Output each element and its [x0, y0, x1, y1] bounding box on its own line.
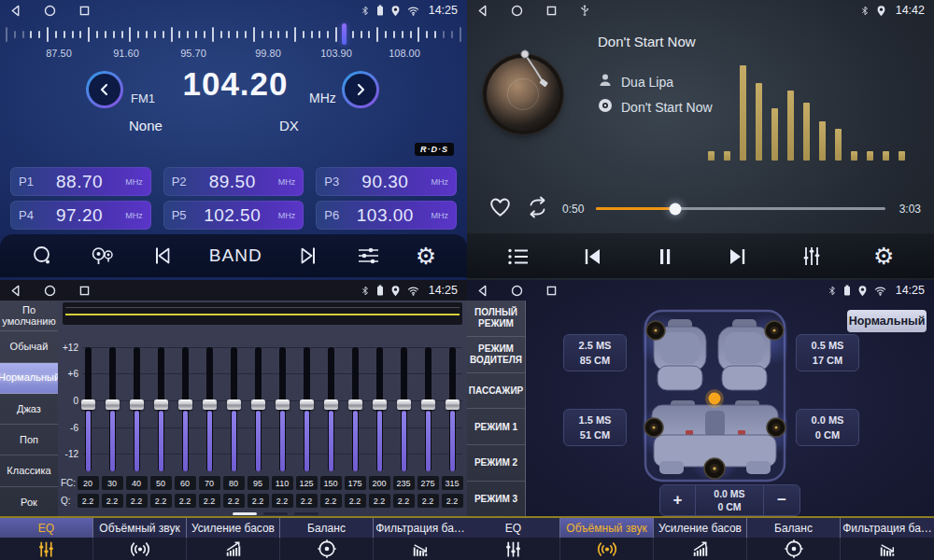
seek-next-button[interactable] — [297, 245, 321, 267]
eq-band-knob[interactable] — [227, 399, 241, 410]
tab-surround-sound[interactable]: Объёмный звук — [560, 518, 654, 560]
fc-value[interactable]: 150 — [320, 476, 342, 490]
settings-button[interactable]: ⚙ — [873, 245, 894, 268]
frequency-pointer[interactable] — [342, 23, 347, 45]
q-value[interactable]: 2.2 — [102, 494, 123, 508]
tune-down-button[interactable] — [86, 71, 123, 108]
q-value[interactable]: 2.2 — [442, 494, 463, 508]
radio-preset[interactable]: P289.50MHz — [163, 167, 304, 196]
eq-preset-item[interactable]: Классика — [0, 455, 58, 486]
rear-right-delay[interactable]: 0.0 MS 0 CM — [796, 409, 859, 446]
tab-surround-sound[interactable]: Объёмный звук — [93, 518, 187, 560]
eq-band-knob[interactable] — [203, 399, 217, 410]
fc-value[interactable]: 110 — [272, 476, 293, 490]
fc-value[interactable]: 70 — [199, 476, 220, 490]
tab-filter[interactable]: Фильтрация ба… — [841, 518, 934, 560]
q-value[interactable]: 2.2 — [78, 494, 99, 508]
q-value[interactable]: 2.2 — [150, 494, 172, 508]
listening-mode-item[interactable]: РЕЖИМ 1 — [467, 409, 525, 445]
nav-home-icon[interactable] — [44, 285, 56, 297]
fc-value[interactable]: 235 — [393, 476, 415, 490]
q-value[interactable]: 2.2 — [248, 494, 269, 508]
eq-band-knob[interactable] — [178, 399, 192, 410]
radio-preset[interactable]: P5102.50MHz — [163, 201, 304, 230]
settings-button[interactable]: ⚙ — [416, 245, 436, 268]
tab-bass-boost[interactable]: Усиление басов — [654, 518, 747, 560]
playlist-button[interactable] — [506, 245, 531, 268]
fc-value[interactable]: 175 — [345, 476, 366, 490]
scan-button[interactable] — [31, 245, 54, 268]
q-value[interactable]: 2.2 — [272, 494, 293, 508]
tab-filter[interactable]: Фильтрация ба… — [374, 518, 467, 560]
broadcast-button[interactable] — [90, 245, 115, 268]
nav-recents-icon[interactable] — [78, 5, 91, 17]
nav-home-icon[interactable] — [511, 5, 523, 17]
radio-preset[interactable]: P497.20MHz — [10, 201, 151, 230]
nav-back-icon[interactable] — [9, 5, 21, 17]
q-value[interactable]: 2.2 — [320, 494, 342, 508]
listening-mode-item[interactable]: РЕЖИМ 2 — [467, 445, 525, 482]
eq-band-knob[interactable] — [81, 399, 95, 410]
listening-mode-item[interactable]: ПАССАЖИР — [467, 373, 525, 410]
tab-balance[interactable]: Баланс — [747, 518, 841, 560]
radio-preset[interactable]: P6103.00MHz — [316, 201, 457, 230]
band-button[interactable]: BAND — [209, 245, 262, 266]
fc-value[interactable]: 60 — [175, 476, 196, 490]
fc-value[interactable]: 40 — [126, 476, 148, 490]
seek-previous-button[interactable] — [149, 245, 174, 267]
fc-value[interactable]: 275 — [417, 476, 439, 490]
nav-back-icon[interactable] — [9, 285, 21, 297]
eq-band-knob[interactable] — [421, 399, 435, 410]
nav-back-icon[interactable] — [476, 285, 488, 297]
frequency-scale[interactable]: 87.5091.6095.7099.80103.90108.00 — [0, 22, 467, 60]
nav-back-icon[interactable] — [476, 5, 488, 17]
listening-mode-item[interactable]: РЕЖИМ ВОДИТЕЛЯ — [467, 337, 525, 373]
surround-preset-button[interactable]: Нормальный — [847, 310, 927, 332]
eq-band-knob[interactable] — [276, 399, 290, 410]
listening-mode-item[interactable]: ПОЛНЫЙ РЕЖИМ — [467, 301, 525, 337]
delay-plus-button[interactable]: + — [660, 485, 696, 515]
eq-band-knob[interactable] — [251, 399, 265, 410]
eq-preset-item[interactable]: По умолчанию — [0, 301, 58, 331]
eq-band-knob[interactable] — [446, 399, 460, 410]
fc-value[interactable]: 20 — [78, 476, 99, 490]
listening-mode-item[interactable]: РЕЖИМ 3 — [467, 482, 525, 518]
nav-home-icon[interactable] — [44, 5, 56, 17]
previous-track-button[interactable] — [580, 245, 604, 268]
tab-eq[interactable]: EQ — [0, 518, 93, 560]
eq-preset-item[interactable]: Джаз — [0, 394, 58, 425]
eq-band-knob[interactable] — [324, 399, 338, 410]
eq-band-knob[interactable] — [154, 399, 168, 410]
q-value[interactable]: 2.2 — [175, 494, 196, 508]
equalizer-button[interactable] — [800, 245, 824, 268]
audio-settings-button[interactable] — [357, 245, 380, 267]
tab-eq[interactable]: EQ — [467, 518, 560, 560]
nav-recents-icon[interactable] — [545, 5, 558, 17]
eq-preset-item[interactable]: Рок — [0, 487, 58, 518]
favorite-button[interactable] — [488, 195, 513, 218]
fc-value[interactable]: 200 — [369, 476, 390, 490]
nav-recents-icon[interactable] — [545, 285, 558, 297]
fc-value[interactable]: 80 — [223, 476, 245, 490]
q-value[interactable]: 2.2 — [417, 494, 439, 508]
eq-band-knob[interactable] — [106, 399, 120, 410]
eq-band-knob[interactable] — [348, 399, 362, 410]
nav-recents-icon[interactable] — [78, 285, 91, 297]
tab-balance[interactable]: Баланс — [280, 518, 374, 560]
progress-knob[interactable] — [669, 203, 681, 215]
fc-value[interactable]: 125 — [296, 476, 318, 490]
radio-preset[interactable]: P188.70MHz — [10, 167, 151, 196]
eq-band-knob[interactable] — [373, 399, 387, 410]
fc-value[interactable]: 95 — [248, 476, 269, 490]
front-right-delay[interactable]: 0.5 MS 17 CM — [796, 334, 859, 371]
q-value[interactable]: 2.2 — [223, 494, 245, 508]
eq-preset-item[interactable]: Поп — [0, 425, 58, 455]
fc-value[interactable]: 315 — [442, 476, 463, 490]
q-value[interactable]: 2.2 — [296, 494, 318, 508]
rear-left-delay[interactable]: 1.5 MS 51 CM — [563, 409, 627, 446]
nav-home-icon[interactable] — [511, 285, 523, 297]
q-value[interactable]: 2.2 — [345, 494, 366, 508]
q-value[interactable]: 2.2 — [126, 494, 148, 508]
tune-up-button[interactable] — [342, 71, 379, 108]
delay-minus-button[interactable]: − — [764, 485, 800, 515]
